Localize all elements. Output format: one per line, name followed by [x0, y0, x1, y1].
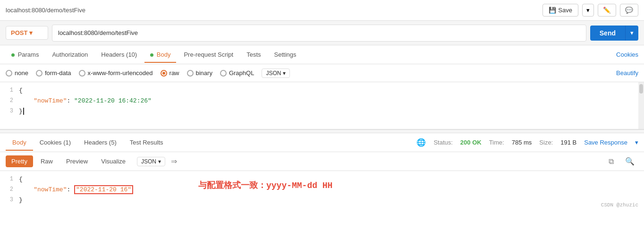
method-label: POST: [11, 29, 27, 36]
radio-graphql-circle: [220, 70, 227, 77]
resp-format-tabs: Pretty Raw Preview Visualize JSON ▾ ⇒: [6, 155, 181, 168]
tab-body[interactable]: Body: [144, 46, 176, 63]
tab-authorization[interactable]: Authorization: [46, 46, 93, 63]
radio-form-data-circle: [36, 70, 42, 77]
resp-format-visualize[interactable]: Visualize: [95, 155, 131, 167]
edit-icon-button[interactable]: ✏️: [598, 4, 616, 17]
comment-icon-button[interactable]: 💬: [620, 4, 638, 17]
resp-tab-body[interactable]: Body: [6, 134, 33, 151]
annotation-text: 与配置格式一致：yyyy-MM-dd HH: [198, 180, 332, 191]
response-body-editor[interactable]: 1 { 2 "nowTime": "2022-11-20 16" 3 } 与配置…: [0, 171, 644, 210]
request-code-editor[interactable]: 1 { 2 "nowTime": "2022-11-20 16:42:26" 3…: [0, 82, 644, 129]
radio-raw[interactable]: raw: [161, 69, 179, 77]
request-tabs-left: Params Authorization Headers (10) Body P…: [6, 46, 302, 63]
copy-button[interactable]: ⧉: [605, 155, 618, 168]
top-bar-actions: 💾 Save ▾ ✏️ 💬: [542, 4, 638, 17]
resp-format-preview[interactable]: Preview: [60, 155, 93, 167]
method-chevron-icon: ▾: [29, 29, 33, 36]
resp-json-chevron-icon: ▾: [158, 158, 161, 165]
top-bar: localhost:8080/demo/testFive 💾 Save ▾ ✏️…: [0, 0, 644, 21]
tab-params[interactable]: Params: [6, 46, 44, 63]
wrap-lines-button[interactable]: ⇒: [167, 155, 181, 168]
json-chevron-icon: ▾: [283, 70, 286, 77]
radio-binary[interactable]: binary: [187, 69, 212, 77]
response-tabs-left: Body Cookies (1) Headers (5) Test Result…: [6, 134, 170, 151]
radio-none-circle: [6, 70, 12, 77]
code-line-3: 3 }: [0, 107, 644, 117]
method-select[interactable]: POST ▾: [6, 26, 48, 40]
radio-urlencoded-circle: [79, 70, 85, 77]
url-input[interactable]: [52, 25, 586, 42]
send-group: Send ▾: [590, 26, 638, 41]
radio-binary-circle: [187, 70, 194, 77]
save-response-chevron[interactable]: ▾: [635, 139, 638, 146]
send-dropdown-button[interactable]: ▾: [625, 26, 638, 41]
request-tabs-bar: Params Authorization Headers (10) Body P…: [0, 45, 644, 64]
code-line-1: 1 {: [0, 86, 644, 96]
save-button[interactable]: 💾 Save: [542, 4, 578, 17]
window-title: localhost:8080/demo/testFive: [6, 7, 85, 14]
response-tabs-bar: Body Cookies (1) Headers (5) Test Result…: [0, 133, 644, 152]
resp-code-line-3: 3 }: [0, 196, 644, 206]
save-dropdown-button[interactable]: ▾: [582, 4, 594, 17]
tab-headers[interactable]: Headers (10): [95, 46, 143, 63]
section-divider: [0, 129, 644, 133]
scrollbar-handle: [639, 84, 643, 94]
radio-graphql[interactable]: GraphQL: [220, 69, 254, 77]
watermark: CSDN @zhuzic: [601, 202, 638, 208]
resp-format-bar: Pretty Raw Preview Visualize JSON ▾ ⇒ ⧉ …: [0, 152, 644, 171]
radio-none[interactable]: none: [6, 69, 28, 77]
params-dot: [11, 53, 15, 57]
radio-raw-circle: [161, 70, 167, 77]
json-type-selector[interactable]: JSON ▾: [262, 68, 290, 78]
send-button[interactable]: Send: [590, 26, 625, 41]
resp-tab-headers[interactable]: Headers (5): [77, 134, 123, 151]
tab-tests[interactable]: Tests: [241, 46, 266, 63]
save-icon: 💾: [549, 7, 556, 14]
radio-form-data[interactable]: form-data: [36, 69, 71, 77]
resp-tab-cookies[interactable]: Cookies (1): [33, 134, 77, 151]
tab-settings[interactable]: Settings: [269, 46, 302, 63]
body-dot: [150, 53, 153, 57]
search-button[interactable]: 🔍: [621, 155, 638, 168]
resp-format-raw[interactable]: Raw: [35, 155, 59, 167]
resp-tab-test-results[interactable]: Test Results: [123, 134, 170, 151]
resp-format-pretty[interactable]: Pretty: [6, 155, 33, 167]
code-line-2: 2 "nowTime": "2022-11-20 16:42:26": [0, 96, 644, 107]
cookies-link[interactable]: Cookies: [616, 51, 638, 58]
highlighted-response-value: "2022-11-20 16": [74, 185, 133, 194]
editor-scrollbar[interactable]: [638, 82, 644, 129]
globe-icon: 🌐: [416, 138, 426, 147]
resp-json-type-selector[interactable]: JSON ▾: [137, 157, 165, 166]
resp-format-right: ⧉ 🔍: [605, 155, 638, 168]
body-options-bar: none form-data x-www-form-urlencoded raw…: [0, 64, 644, 82]
body-opts-left: none form-data x-www-form-urlencoded raw…: [6, 68, 290, 78]
url-bar: POST ▾ Send ▾: [0, 21, 644, 45]
beautify-button[interactable]: Beautify: [616, 69, 638, 77]
response-meta: 🌐 Status: 200 OK Time: 785 ms Size: 191 …: [416, 138, 638, 147]
radio-urlencoded[interactable]: x-www-form-urlencoded: [79, 69, 153, 77]
save-response-button[interactable]: Save Response: [584, 139, 627, 146]
tab-prerequest[interactable]: Pre-request Script: [178, 46, 239, 63]
